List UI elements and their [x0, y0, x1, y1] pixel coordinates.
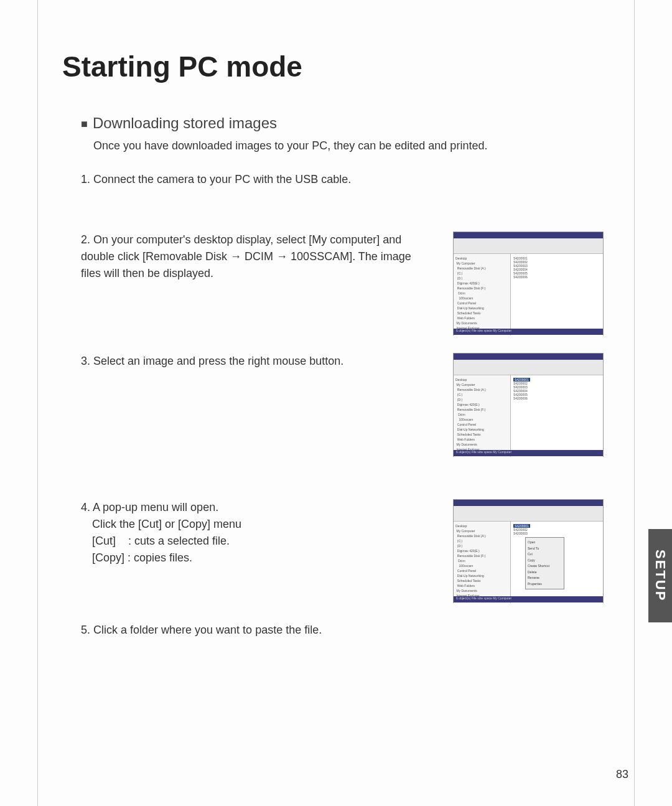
thumb-folder-tree: Desktop My Computer Removable Disk (A:) … [454, 375, 511, 457]
thumb-toolbar [454, 238, 603, 254]
subheading-text: Downloading stored images [93, 115, 277, 131]
left-margin-rule [37, 0, 38, 806]
screenshot-explorer-3: Desktop My Computer Removable Disk (A:) … [453, 499, 604, 603]
intro-text: Once you have downloaded images to your … [93, 139, 604, 152]
thumb-statusbar: 6 object(s) File size space My Computer [454, 329, 603, 335]
step-3-row: 3. Select an image and press the right m… [81, 353, 604, 457]
thumb-toolbar [454, 360, 603, 375]
subheading: ■Downloading stored images [81, 115, 604, 132]
thumb-file-list: S4200001 S4200002 S4200003 S4200004 S420… [511, 375, 603, 457]
step-4-line-b: Click the [Cut] or [Copy] menu [92, 516, 429, 533]
thumb-toolbar [454, 506, 603, 522]
right-margin-rule [634, 0, 635, 806]
manual-page: Starting PC mode ■Downloading stored ima… [0, 0, 672, 806]
thumb-statusbar: 6 object(s) File size space My Computer [454, 596, 603, 602]
screenshot-explorer-2: Desktop My Computer Removable Disk (A:) … [453, 353, 604, 457]
thumb-titlebar [454, 500, 603, 506]
bullet-icon: ■ [81, 118, 88, 130]
thumb-statusbar: 6 object(s) File size space My Computer [454, 450, 603, 456]
step-2: 2. On your computer's desktop display, s… [81, 232, 429, 282]
page-number: 83 [616, 768, 628, 781]
thumb-file-list: S4200001 S4200002 S4200003 S4200004 S420… [511, 254, 603, 335]
step-4: 4. A pop-up menu will open. Click the [C… [81, 499, 429, 566]
step-2-row: 2. On your computer's desktop display, s… [81, 232, 604, 335]
step-1: 1. Connect the camera to your PC with th… [81, 171, 429, 188]
step-4-line-a: 4. A pop-up menu will open. [81, 499, 429, 516]
thumb-folder-tree: Desktop My Computer Removable Disk (A:) … [454, 522, 511, 603]
thumb-titlebar [454, 354, 603, 360]
step-4-row: 4. A pop-up menu will open. Click the [C… [81, 499, 604, 603]
thumb-context-menu: Open Send To Cut Copy Create Shortcut De… [525, 537, 564, 589]
thumb-folder-tree: Desktop My Computer Removable Disk (A:) … [454, 254, 511, 335]
section-downloading: ■Downloading stored images Once you have… [81, 115, 604, 639]
step-4-line-d: [Copy] : copies files. [92, 550, 429, 566]
page-title: Starting PC mode [62, 50, 635, 83]
screenshot-explorer-1: Desktop My Computer Removable Disk (A:) … [453, 232, 604, 335]
thumb-titlebar [454, 232, 603, 238]
step-4-line-c: [Cut] : cuts a selected file. [92, 533, 429, 550]
step-3: 3. Select an image and press the right m… [81, 353, 429, 370]
side-tab-setup: SETUP [648, 529, 672, 622]
step-5: 5. Click a folder where you want to past… [81, 622, 429, 639]
